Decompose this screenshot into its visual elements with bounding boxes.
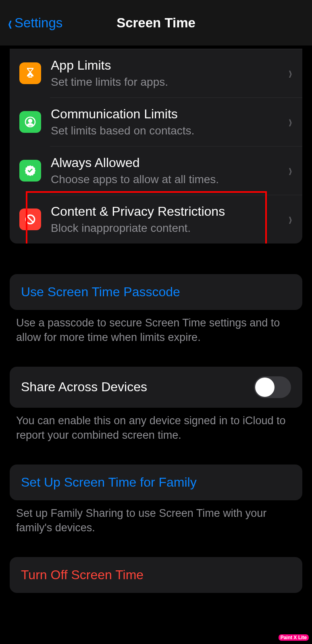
- page-title: Screen Time: [116, 15, 196, 31]
- chevron-right-icon: ›: [289, 63, 292, 84]
- settings-section-limits: App Limits Set time limits for apps. › C…: [10, 49, 302, 244]
- chevron-left-icon: ‹: [8, 11, 12, 35]
- hourglass-icon: [19, 62, 41, 84]
- row-subtitle: Choose apps to allow at all times.: [51, 172, 283, 187]
- setup-family-button[interactable]: Set Up Screen Time for Family: [10, 464, 302, 500]
- section-turnoff: Turn Off Screen Time: [10, 557, 302, 593]
- section-passcode: Use Screen Time Passcode: [10, 274, 302, 310]
- row-title: Content & Privacy Restrictions: [51, 203, 283, 220]
- action-label: Turn Off Screen Time: [21, 568, 144, 582]
- row-subtitle: Block inappropriate content.: [51, 221, 283, 235]
- svg-line-3: [27, 217, 33, 223]
- footer-share: You can enable this on any device signed…: [0, 408, 312, 443]
- chevron-right-icon: ›: [289, 160, 292, 181]
- checkmark-seal-icon: [19, 160, 41, 182]
- row-title: App Limits: [51, 57, 283, 74]
- svg-point-1: [29, 119, 32, 122]
- use-passcode-button[interactable]: Use Screen Time Passcode: [10, 274, 302, 310]
- row-text: Content & Privacy Restrictions Block ina…: [51, 203, 283, 235]
- row-content-privacy[interactable]: Content & Privacy Restrictions Block ina…: [10, 195, 302, 244]
- toggle-knob: [255, 378, 275, 397]
- share-toggle[interactable]: [254, 376, 291, 398]
- turn-off-button[interactable]: Turn Off Screen Time: [10, 557, 302, 593]
- row-title: Always Allowed: [51, 155, 283, 171]
- row-text: Communication Limits Set limits based on…: [51, 106, 283, 138]
- section-share: Share Across Devices: [10, 367, 302, 408]
- row-title: Communication Limits: [51, 106, 283, 123]
- navigation-bar: ‹ Settings Screen Time: [0, 0, 312, 45]
- row-always-allowed[interactable]: Always Allowed Choose apps to allow at a…: [10, 147, 302, 195]
- share-across-devices-row: Share Across Devices: [10, 367, 302, 408]
- no-entry-icon: [19, 208, 41, 230]
- row-subtitle: Set time limits for apps.: [51, 75, 283, 89]
- row-app-limits[interactable]: App Limits Set time limits for apps. ›: [10, 49, 302, 97]
- row-subtitle: Set limits based on contacts.: [51, 124, 283, 138]
- toggle-label: Share Across Devices: [21, 380, 147, 394]
- row-text: Always Allowed Choose apps to allow at a…: [51, 155, 283, 187]
- person-circle-icon: [19, 111, 41, 133]
- row-text: App Limits Set time limits for apps.: [51, 57, 283, 89]
- spacer: [0, 535, 312, 557]
- chevron-right-icon: ›: [289, 111, 292, 132]
- spacer: [0, 244, 312, 274]
- watermark-badge: Paint X Lite: [279, 634, 309, 641]
- back-label: Settings: [15, 15, 62, 31]
- footer-passcode: Use a passcode to secure Screen Time set…: [0, 310, 312, 345]
- action-label: Set Up Screen Time for Family: [21, 475, 197, 490]
- chevron-right-icon: ›: [289, 209, 292, 230]
- spacer: [0, 345, 312, 367]
- row-communication-limits[interactable]: Communication Limits Set limits based on…: [10, 98, 302, 146]
- footer-family: Set up Family Sharing to use Screen Time…: [0, 500, 312, 535]
- action-label: Use Screen Time Passcode: [21, 285, 180, 299]
- back-button[interactable]: ‹ Settings: [7, 13, 62, 33]
- spacer: [0, 443, 312, 464]
- section-family: Set Up Screen Time for Family: [10, 464, 302, 500]
